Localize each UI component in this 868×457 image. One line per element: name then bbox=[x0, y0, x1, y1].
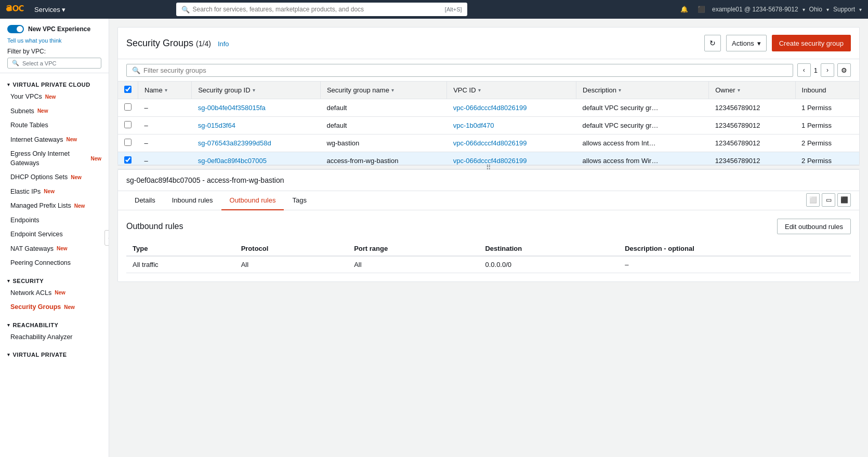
col-description: Description ▾ bbox=[576, 82, 709, 99]
sg-id-link[interactable]: sg-076543a823999d58d bbox=[198, 139, 271, 147]
refresh-button[interactable]: ↻ bbox=[704, 35, 721, 51]
table-row[interactable]: – sg-00b4fe04f358015fa default vpc-066dc… bbox=[118, 99, 859, 117]
sidebar-item-elastic-ips[interactable]: Elastic IPsNew bbox=[0, 185, 109, 199]
row-vpc-id: vpc-066dcccf4d8026199 bbox=[447, 135, 576, 152]
owner-sort-icon[interactable]: ▾ bbox=[738, 87, 740, 93]
sidebar-item-dhcp[interactable]: DHCP Options SetsNew bbox=[0, 170, 109, 185]
sidebar-item-your-vpcs[interactable]: Your VPCsNew bbox=[0, 90, 109, 104]
filter-security-groups-input[interactable] bbox=[143, 66, 787, 74]
search-shortcut-label: [Alt+S] bbox=[445, 6, 462, 12]
sidebar-top: New VPC Experience Tell us what you thin… bbox=[0, 19, 109, 73]
create-security-group-button[interactable]: Create security group bbox=[772, 35, 851, 51]
account-label[interactable]: example01 @ 1234-5678-9012 bbox=[712, 6, 798, 13]
detail-title: sg-0ef0ac89f4bc07005 - access-from-wg-ba… bbox=[126, 176, 284, 184]
row-name: – bbox=[138, 117, 192, 135]
row-select-checkbox[interactable] bbox=[124, 139, 131, 146]
outbound-col-protocol: Protocol bbox=[235, 241, 348, 256]
vpc-id-link[interactable]: vpc-1b0df470 bbox=[453, 122, 494, 129]
sidebar-item-endpoints[interactable]: Endpoints bbox=[0, 213, 109, 228]
notifications-icon[interactable]: 🔔 bbox=[678, 5, 691, 14]
next-page-button[interactable]: › bbox=[821, 63, 834, 77]
tab-inbound-rules[interactable]: Inbound rules bbox=[164, 191, 221, 210]
actions-button[interactable]: Actions ▾ bbox=[726, 35, 767, 51]
tab-details[interactable]: Details bbox=[126, 191, 164, 210]
nav-section-virtual-private[interactable]: ▾ VIRTUAL PRIVATE bbox=[0, 347, 109, 360]
services-menu-button[interactable]: Services ▾ bbox=[31, 4, 69, 16]
description-sort-icon[interactable]: ▾ bbox=[619, 87, 621, 93]
row-checkbox-cell bbox=[118, 117, 138, 135]
row-name: – bbox=[138, 152, 192, 165]
row-select-checkbox[interactable] bbox=[124, 103, 131, 111]
nav-section-security[interactable]: ▾ SECURITY bbox=[0, 274, 109, 286]
col-sg-name: Security group name ▾ bbox=[320, 82, 446, 99]
vpc-select-button[interactable]: 🔍 Select a VPC bbox=[7, 58, 101, 69]
sidebar-item-endpoint-services[interactable]: Endpoint Services bbox=[0, 227, 109, 242]
table-row[interactable]: – sg-015d3f64 default vpc-1b0df470 defau… bbox=[118, 117, 859, 135]
row-inbound: 2 Permiss bbox=[795, 152, 859, 165]
edit-outbound-rules-button[interactable]: Edit outbound rules bbox=[777, 219, 851, 234]
search-icon: 🔍 bbox=[181, 6, 190, 14]
sidebar-item-security-groups[interactable]: Security GroupsNew bbox=[0, 300, 109, 315]
sg-id-link[interactable]: sg-015d3f64 bbox=[198, 122, 235, 129]
region-label[interactable]: Ohio bbox=[809, 6, 822, 13]
row-owner: 123456789012 bbox=[709, 152, 795, 165]
sidebar-item-route-tables[interactable]: Route Tables bbox=[0, 118, 109, 133]
vpc-experience-toggle[interactable]: New VPC Experience bbox=[7, 25, 101, 33]
sidebar: New VPC Experience Tell us what you thin… bbox=[0, 19, 109, 457]
sidebar-item-managed-prefix[interactable]: Managed Prefix ListsNew bbox=[0, 199, 109, 213]
select-all-checkbox[interactable] bbox=[124, 86, 131, 93]
support-label[interactable]: Support bbox=[833, 6, 855, 13]
aws-logo-icon bbox=[6, 4, 25, 15]
sidebar-item-network-acls[interactable]: Network ACLsNew bbox=[0, 286, 109, 301]
sidebar-toggle-button[interactable]: ‹ bbox=[104, 230, 109, 246]
table-row[interactable]: – sg-076543a823999d58d wg-bastion vpc-06… bbox=[118, 135, 859, 152]
sg-info-link[interactable]: Info bbox=[218, 40, 229, 48]
resize-handle[interactable]: ⠿ bbox=[117, 165, 860, 169]
sidebar-item-subnets[interactable]: SubnetsNew bbox=[0, 104, 109, 119]
row-checkbox-cell bbox=[118, 99, 138, 117]
layout-full-icon-button[interactable]: ⬛ bbox=[837, 193, 851, 207]
tell-us-link[interactable]: Tell us what you think bbox=[7, 37, 101, 44]
sg-id-link[interactable]: sg-0ef0ac89f4bc07005 bbox=[198, 157, 267, 165]
sidebar-item-reachability-analyzer[interactable]: Reachability Analyzer bbox=[0, 330, 109, 345]
cloud-shell-icon[interactable]: ⬛ bbox=[695, 5, 708, 14]
tab-outbound-rules[interactable]: Outbound rules bbox=[221, 191, 284, 210]
topnav-right: 🔔 ⬛ example01 @ 1234-5678-9012 ▾ Ohio ▾ … bbox=[678, 5, 862, 14]
vpc-section-caret-icon: ▾ bbox=[7, 82, 10, 87]
outbound-rules-table: Type Protocol Port range Destination Des… bbox=[126, 241, 851, 273]
nav-section-reachability[interactable]: ▾ REACHABILITY bbox=[0, 318, 109, 330]
vpc-id-sort-icon[interactable]: ▾ bbox=[478, 87, 481, 93]
sidebar-item-nat-gateways[interactable]: NAT GatewaysNew bbox=[0, 242, 109, 257]
table-settings-button[interactable]: ⚙ bbox=[837, 63, 851, 77]
row-owner: 123456789012 bbox=[709, 117, 795, 135]
vpc-experience-label: New VPC Experience bbox=[28, 25, 90, 33]
sg-name-sort-icon[interactable]: ▾ bbox=[391, 87, 394, 93]
sidebar-item-peering[interactable]: Peering Connections bbox=[0, 256, 109, 271]
sg-id-link[interactable]: sg-00b4fe04f358015fa bbox=[198, 104, 266, 112]
name-sort-icon[interactable]: ▾ bbox=[165, 87, 167, 93]
row-sg-id: sg-0ef0ac89f4bc07005 bbox=[192, 152, 321, 165]
sg-id-sort-icon[interactable]: ▾ bbox=[253, 87, 255, 93]
search-icon: 🔍 bbox=[12, 60, 19, 66]
vpc-id-link[interactable]: vpc-066dcccf4d8026199 bbox=[453, 139, 527, 147]
layout-bottom-icon-button[interactable]: ▭ bbox=[822, 193, 835, 207]
sidebar-item-internet-gateways[interactable]: Internet GatewaysNew bbox=[0, 133, 109, 147]
vpc-select-placeholder: Select a VPC bbox=[22, 60, 97, 66]
row-name: – bbox=[138, 99, 192, 117]
tab-tags[interactable]: Tags bbox=[284, 191, 314, 210]
layout-split-icon-button[interactable]: ⬜ bbox=[806, 193, 820, 207]
vpc-id-link[interactable]: vpc-066dcccf4d8026199 bbox=[453, 104, 527, 112]
row-sg-name: default bbox=[320, 99, 446, 117]
row-select-checkbox[interactable] bbox=[124, 121, 131, 128]
support-caret-icon: ▾ bbox=[859, 7, 862, 12]
global-search-input[interactable] bbox=[193, 6, 443, 13]
vpc-experience-switch[interactable] bbox=[7, 25, 24, 33]
table-row[interactable]: – sg-0ef0ac89f4bc07005 access-from-wg-ba… bbox=[118, 152, 859, 165]
row-description: allows access from Wir… bbox=[576, 152, 709, 165]
sidebar-item-egress-gateways[interactable]: Egress Only Internet GatewaysNew bbox=[0, 147, 109, 170]
row-select-checkbox[interactable] bbox=[124, 156, 131, 164]
prev-page-button[interactable]: ‹ bbox=[797, 63, 811, 77]
nav-section-vpc[interactable]: ▾ VIRTUAL PRIVATE CLOUD bbox=[0, 77, 109, 90]
actions-caret-icon: ▾ bbox=[757, 39, 761, 47]
pagination-controls: ‹ 1 › ⚙ bbox=[797, 63, 851, 77]
